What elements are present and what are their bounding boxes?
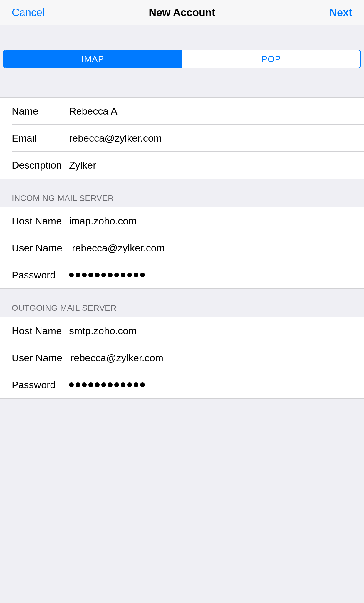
description-row[interactable]: Description Zylker	[0, 152, 364, 179]
outgoing-password-value[interactable]	[69, 382, 364, 387]
account-section: Name Rebecca A Email rebecca@zylker.com …	[0, 97, 364, 179]
outgoing-section: Host Name smtp.zoho.com User Name rebecc…	[0, 317, 364, 399]
incoming-section: Host Name imap.zoho.com User Name rebecc…	[0, 207, 364, 289]
incoming-host-row[interactable]: Host Name imap.zoho.com	[0, 207, 364, 234]
email-row[interactable]: Email rebecca@zylker.com	[0, 125, 364, 152]
outgoing-password-row[interactable]: Password	[0, 371, 364, 398]
outgoing-user-row[interactable]: User Name rebecca@zylker.com	[0, 344, 364, 371]
incoming-host-value[interactable]: imap.zoho.com	[69, 215, 364, 227]
name-value[interactable]: Rebecca A	[69, 105, 364, 117]
name-label: Name	[12, 105, 69, 117]
incoming-user-row[interactable]: User Name rebecca@zylker.com	[0, 234, 364, 261]
incoming-header: INCOMING MAIL SERVER	[0, 179, 364, 207]
outgoing-host-value[interactable]: smtp.zoho.com	[69, 325, 364, 337]
spacer	[0, 72, 364, 97]
password-dots	[69, 273, 358, 277]
email-value[interactable]: rebecca@zylker.com	[69, 132, 364, 144]
navbar: Cancel New Account Next	[0, 0, 364, 25]
segment-pop[interactable]: POP	[182, 50, 361, 68]
outgoing-user-value[interactable]: rebecca@zylker.com	[69, 352, 364, 364]
bottom-spacer	[0, 399, 364, 603]
incoming-password-label: Password	[12, 269, 69, 281]
email-label: Email	[12, 132, 69, 144]
description-label: Description	[12, 159, 69, 171]
password-dots	[69, 382, 358, 387]
segment-imap[interactable]: IMAP	[4, 50, 182, 68]
next-button[interactable]: Next	[329, 6, 352, 19]
incoming-user-value[interactable]: rebecca@zylker.com	[69, 242, 364, 254]
name-row[interactable]: Name Rebecca A	[0, 98, 364, 125]
incoming-user-label: User Name	[12, 242, 69, 254]
outgoing-password-label: Password	[12, 379, 69, 391]
protocol-segment-container: IMAP POP	[0, 46, 364, 72]
incoming-password-value[interactable]	[69, 273, 364, 277]
outgoing-header: OUTGOING MAIL SERVER	[0, 289, 364, 317]
cancel-button[interactable]: Cancel	[12, 6, 45, 19]
outgoing-host-label: Host Name	[12, 325, 69, 337]
outgoing-user-label: User Name	[12, 352, 69, 364]
description-value[interactable]: Zylker	[69, 159, 364, 171]
page-title: New Account	[149, 6, 215, 19]
incoming-password-row[interactable]: Password	[0, 261, 364, 288]
outgoing-host-row[interactable]: Host Name smtp.zoho.com	[0, 317, 364, 344]
protocol-segmented-control: IMAP POP	[3, 50, 361, 68]
incoming-host-label: Host Name	[12, 215, 69, 227]
